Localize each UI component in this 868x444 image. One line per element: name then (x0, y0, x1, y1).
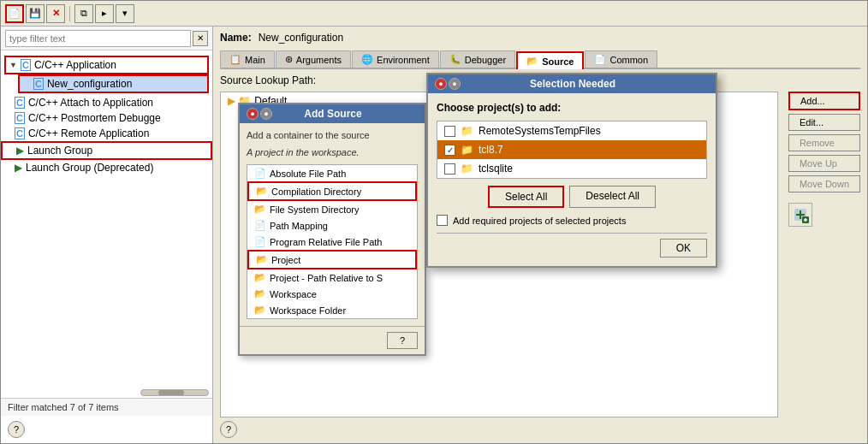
pathmapping-icon: 📄 (254, 220, 266, 231)
tree-item-cpp-remote[interactable]: C C/C++ Remote Application (1, 126, 212, 141)
tree-item-launch-group[interactable]: ▶ Launch Group (1, 141, 212, 160)
source-item-project-relative[interactable]: 📂 Project - Path Relative to S (247, 269, 417, 286)
add-source-footer: ? (240, 326, 425, 354)
workspace-icon: 📂 (254, 288, 266, 299)
filter-input[interactable] (5, 30, 191, 47)
add-required-checkbox[interactable] (437, 215, 448, 226)
copy-button[interactable]: ⧉ (74, 4, 93, 23)
source-item-compilation[interactable]: 📂 Compilation Directory (247, 181, 417, 201)
tree-arrow: ▼ (9, 61, 17, 69)
absolute-icon: 📄 (254, 168, 266, 179)
main-tab-icon: 📋 (229, 54, 241, 65)
new-button[interactable]: 📄 (5, 4, 24, 23)
tab-source[interactable]: 📂 Source (516, 51, 584, 69)
project-icon: 📂 (256, 254, 268, 265)
launch-group-dep-icon: ▶ (15, 162, 22, 174)
launch-group-label: Launch Group (27, 145, 92, 157)
dialog-close-red[interactable]: ● (247, 108, 259, 120)
tclsqlite-folder-icon: 📁 (461, 163, 473, 175)
filesystem-label: File System Directory (270, 204, 360, 215)
toolbar: 📄 💾 ✕ ⧉ ▸ ▾ (1, 1, 867, 27)
dialog-close-buttons: ● ● (247, 108, 272, 120)
source-item-program-relative[interactable]: 📄 Program Relative File Path (247, 234, 417, 250)
selection-ok-button[interactable]: OK (660, 239, 707, 258)
source-item-pathmapping[interactable]: 📄 Path Mapping (247, 217, 417, 234)
tab-environment[interactable]: 🌐 Environment (352, 50, 439, 68)
source-item-workspace-folder[interactable]: 📂 Workspace Folder (247, 302, 417, 318)
tree-item-launch-group-dep[interactable]: ▶ Launch Group (Deprecated) (1, 160, 212, 175)
selection-titlebar: ● ● Selection Needed (428, 74, 716, 93)
filesystem-icon: 📂 (254, 204, 266, 215)
tabs-bar: 📋 Main ⊛ Arguments 🌐 Environment 🐛 Debug… (220, 50, 860, 69)
selection-content: Choose project(s) to add: 📁 RemoteSystem… (428, 93, 716, 266)
cpp-remote-label: C/C++ Remote Application (28, 127, 149, 139)
tree-item-cpp-app[interactable]: ▼ C C/C++ Application (4, 56, 209, 74)
tree-item-cpp-attach[interactable]: C C/C++ Attach to Application (1, 95, 212, 110)
remote-checkbox[interactable] (444, 126, 455, 137)
name-value: New_configuration (259, 32, 343, 44)
tree-item-new-config[interactable]: C New_configuration (18, 74, 209, 93)
tcl87-folder-icon: 📁 (461, 144, 473, 156)
source-item-project[interactable]: 📂 Project (247, 250, 417, 269)
save-button[interactable]: 💾 (26, 4, 45, 23)
project-rel-label: Project - Path Relative to S (270, 273, 383, 283)
tab-debugger[interactable]: 🐛 Debugger (440, 50, 515, 68)
move-down-button[interactable]: Move Down (788, 175, 860, 192)
run-down-button[interactable]: ▾ (116, 4, 134, 23)
selection-desc: Choose project(s) to add: (437, 102, 707, 114)
help-button[interactable]: ? (8, 421, 25, 438)
selection-item-tcl87[interactable]: ✓ 📁 tcl8.7 (437, 140, 706, 159)
move-up-button[interactable]: Move Up (788, 155, 860, 172)
add-required-label: Add required projects of selected projec… (453, 216, 626, 226)
horizontal-scrollbar[interactable] (140, 389, 209, 396)
source-item-filesystem[interactable]: 📂 File System Directory (247, 201, 417, 217)
remote-label: RemoteSystemsTempFiles (479, 125, 601, 137)
delete-button[interactable]: ✕ (46, 4, 65, 23)
program-rel-label: Program Relative File Path (270, 237, 382, 247)
common-tab-icon: 📄 (594, 54, 606, 65)
common-tab-label: Common (609, 55, 648, 65)
scroll-thumb (158, 390, 184, 395)
tclsqlite-checkbox[interactable] (444, 163, 455, 175)
left-panel: ✕ ▼ C C/C++ Application C New_configurat… (1, 27, 213, 443)
pathmapping-label: Path Mapping (270, 221, 328, 231)
tab-arguments[interactable]: ⊛ Arguments (276, 50, 351, 68)
cpp-app-label: C/C++ Application (34, 59, 116, 71)
select-all-button[interactable]: Select All (488, 186, 564, 208)
selection-list: 📁 RemoteSystemsTempFiles ✓ 📁 tcl8.7 📁 tc… (437, 121, 707, 179)
selection-close-gray[interactable]: ● (449, 78, 461, 90)
add-required-row: Add required projects of selected projec… (437, 215, 707, 226)
add-source-icon-button[interactable] (788, 203, 812, 227)
deselect-all-button[interactable]: Deselect All (569, 186, 656, 208)
tree-item-cpp-postmortem[interactable]: C C/C++ Postmortem Debugge (1, 110, 212, 126)
edit-button[interactable]: Edit... (788, 114, 860, 131)
tcl87-checkbox[interactable]: ✓ (444, 145, 455, 156)
add-button[interactable]: Add... (788, 92, 860, 110)
tree-children: C New_configuration (4, 74, 209, 93)
source-item-workspace[interactable]: 📂 Workspace (247, 286, 417, 302)
selection-btn-row: Select All Deselect All (437, 186, 707, 208)
add-source-dialog: ● ● Add Source Add a container to the so… (238, 103, 426, 356)
selection-item-remote[interactable]: 📁 RemoteSystemsTempFiles (437, 121, 706, 140)
new-config-icon: C (33, 78, 44, 90)
add-icon (792, 206, 809, 223)
filter-bar: ✕ (1, 27, 212, 50)
right-help-button[interactable]: ? (220, 421, 237, 438)
dialog-close-gray[interactable]: ● (260, 108, 272, 120)
add-source-subdesc: A project in the workspace. (247, 147, 418, 157)
run-button[interactable]: ▸ (95, 4, 114, 23)
name-row: Name: New_configuration (220, 32, 860, 44)
filter-clear-button[interactable]: ✕ (193, 31, 208, 46)
selection-item-tclsqlite[interactable]: 📁 tclsqlite (437, 159, 706, 178)
debugger-tab-label: Debugger (465, 55, 506, 65)
selection-close-red[interactable]: ● (435, 78, 447, 90)
launch-group-dep-label: Launch Group (Deprecated) (26, 162, 153, 174)
remove-button[interactable]: Remove (788, 134, 860, 151)
source-item-absolute[interactable]: 📄 Absolute File Path (247, 165, 417, 181)
workspace-label: Workspace (270, 289, 317, 299)
add-source-help-button[interactable]: ? (387, 332, 418, 349)
toolbar-separator (69, 6, 70, 21)
tab-main[interactable]: 📋 Main (220, 50, 275, 68)
scroll-area (1, 388, 212, 398)
tab-common[interactable]: 📄 Common (585, 50, 657, 68)
